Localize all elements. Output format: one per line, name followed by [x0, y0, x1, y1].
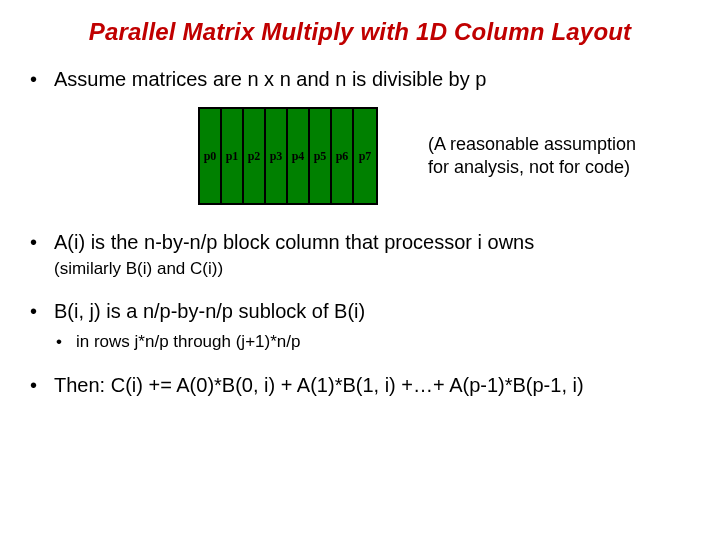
figure-row: p0 p1 p2 p3 p4 p5 p6 p7 (A reasonable as…: [198, 107, 692, 205]
bullet-bij: B(i, j) is a n/p-by-n/p sublock of B(i) …: [28, 298, 692, 354]
inner-list: in rows j*n/p through (j+1)*n/p: [54, 331, 692, 354]
bullet-list-2: A(i) is the n-by-n/p block column that p…: [28, 229, 692, 399]
note-line-2: for analysis, not for code): [428, 157, 630, 177]
bullet-list: Assume matrices are n x n and n is divis…: [28, 66, 692, 93]
bullet-ai: A(i) is the n-by-n/p block column that p…: [28, 229, 692, 280]
bullet-text: A(i) is the n-by-n/p block column that p…: [54, 231, 534, 253]
matrix-col-p0: p0: [200, 109, 222, 203]
bullet-sub: (similarly B(i) and C(i)): [54, 258, 692, 280]
bullet-text: Then: C(i) += A(0)*B(0, i) + A(1)*B(1, i…: [54, 374, 584, 396]
note-line-1: (A reasonable assumption: [428, 134, 636, 154]
bullet-text: in rows j*n/p through (j+1)*n/p: [76, 332, 300, 351]
matrix-col-p5: p5: [310, 109, 332, 203]
assumption-note: (A reasonable assumption for analysis, n…: [428, 133, 636, 180]
bullet-assumption: Assume matrices are n x n and n is divis…: [28, 66, 692, 93]
matrix-col-p4: p4: [288, 109, 310, 203]
matrix-col-p6: p6: [332, 109, 354, 203]
bullet-text: B(i, j) is a n/p-by-n/p sublock of B(i): [54, 300, 365, 322]
slide-title: Parallel Matrix Multiply with 1D Column …: [28, 18, 692, 46]
matrix-diagram: p0 p1 p2 p3 p4 p5 p6 p7: [198, 107, 378, 205]
bullet-text: Assume matrices are n x n and n is divis…: [54, 68, 486, 90]
bullet-then: Then: C(i) += A(0)*B(0, i) + A(1)*B(1, i…: [28, 372, 692, 399]
matrix-col-p1: p1: [222, 109, 244, 203]
matrix-col-p7: p7: [354, 109, 376, 203]
matrix-col-p2: p2: [244, 109, 266, 203]
bullet-rows: in rows j*n/p through (j+1)*n/p: [54, 331, 692, 354]
matrix-col-p3: p3: [266, 109, 288, 203]
